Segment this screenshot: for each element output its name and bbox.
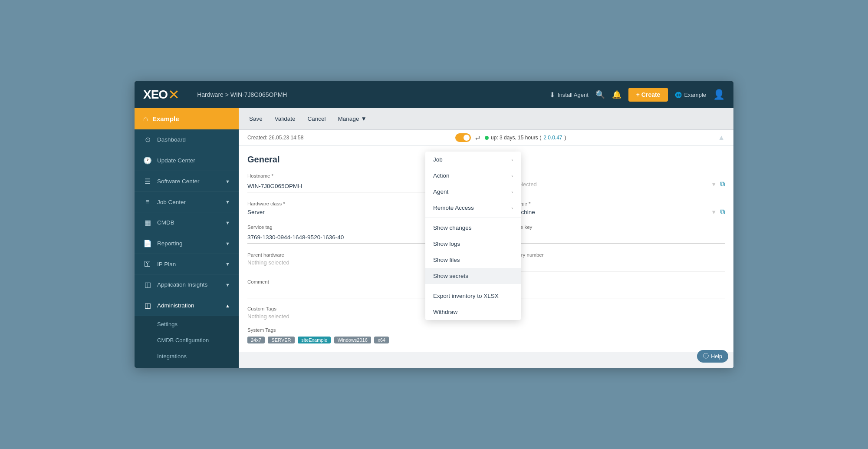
org-name: Example — [684, 92, 706, 98]
breadcrumb: Hardware > WIN-7J8G065OPMH — [197, 91, 287, 98]
tag-server: SERVER — [268, 337, 294, 343]
sidebar-label-reporting: Reporting — [157, 240, 183, 247]
oem-input[interactable] — [495, 231, 725, 244]
sidebar-subitem-cmdb-config[interactable]: CMDB Configuration — [135, 332, 239, 348]
export-xlsx-label: Export inventory to XLSX — [433, 293, 499, 299]
agent-arrow: › — [511, 189, 513, 195]
admin-chevron: ▲ — [225, 303, 230, 308]
sidebar-item-update-center[interactable]: 🕐 Update Center — [135, 150, 239, 171]
sidebar-label-cmdb: CMDB — [157, 219, 174, 226]
sidebar-subitem-my-org[interactable]: My Organisation — [135, 364, 239, 368]
sidebar-item-cmdb[interactable]: ▦ CMDB ▼ — [135, 212, 239, 233]
dropdown-item-remote-access[interactable]: Remote Access › — [425, 200, 521, 216]
section-title: General — [247, 155, 279, 165]
arrows-icon: ⇄ — [475, 134, 480, 141]
dropdown-item-job[interactable]: Job › — [425, 152, 521, 168]
oem-label: OEM licence key — [495, 224, 725, 230]
tag-windows2016: Windows2016 — [334, 337, 371, 343]
toolbar: Save Validate Cancel Manage ▼ — [239, 108, 733, 130]
save-button[interactable]: Save — [247, 113, 264, 125]
withdraw-label: Withdraw — [433, 309, 457, 315]
collapse-btn[interactable]: ▲ — [718, 134, 725, 142]
create-button[interactable]: + Create — [628, 88, 668, 102]
logo: XEO ✕ — [143, 86, 180, 103]
tag-site-example: siteExample — [298, 337, 331, 343]
hardware-type-ext-link[interactable]: ⧉ — [720, 208, 725, 216]
job-chevron: ▼ — [225, 199, 230, 205]
person-dropdown-arrow[interactable]: ▼ — [711, 181, 717, 188]
admin-icon: ◫ — [143, 301, 152, 310]
dropdown-item-show-logs[interactable]: Show logs — [425, 236, 521, 252]
dropdown-item-show-secrets[interactable]: Show secrets — [425, 268, 521, 284]
manage-dropdown: Job › Action › Agent › Remote Access › — [425, 152, 521, 320]
person-group: Person Nothing selected ▼ ⧉ — [495, 173, 725, 192]
sidebar: ⌂ Example ⊙ Dashboard 🕐 Update Center ☰ … — [135, 108, 239, 368]
sidebar-item-job-center[interactable]: ≡ Job Center ▼ — [135, 192, 239, 212]
sidebar-item-dashboard[interactable]: ⊙ Dashboard — [135, 129, 239, 150]
hardware-type-label: Hardware type * — [495, 201, 725, 206]
reporting-chevron: ▼ — [225, 241, 230, 246]
dropdown-divider-2 — [425, 286, 521, 286]
sidebar-item-app-insights[interactable]: ◫ Application Insights ▼ — [135, 274, 239, 295]
sidebar-label-dashboard: Dashboard — [157, 136, 186, 143]
sidebar-subitem-settings[interactable]: Settings — [135, 316, 239, 332]
tag-x64: x64 — [374, 337, 389, 343]
sidebar-item-ip-plan[interactable]: ⚿ IP Plan ▼ — [135, 254, 239, 274]
search-icon[interactable]: 🔍 — [595, 90, 605, 99]
sidebar-subitem-integrations[interactable]: Integrations — [135, 348, 239, 364]
content-area: Save Validate Cancel Manage ▼ Created: 2… — [239, 108, 733, 368]
software-icon: ☰ — [143, 177, 152, 185]
logo-dot: ✕ — [168, 86, 180, 103]
job-arrow: › — [511, 157, 513, 162]
user-icon[interactable]: 👤 — [713, 89, 725, 100]
agent-label: Agent — [433, 188, 448, 195]
admin-submenu: Settings CMDB Configuration Integrations… — [135, 316, 239, 368]
help-button[interactable]: ⓘ Help — [697, 350, 728, 363]
app-insights-chevron: ▼ — [225, 282, 230, 287]
job-icon: ≡ — [143, 198, 152, 206]
sub-inventory-label: Sub inventory number — [495, 252, 725, 258]
logo-text: XEO — [143, 88, 168, 102]
dropdown-item-show-files[interactable]: Show files — [425, 252, 521, 268]
hardware-type-arrow[interactable]: ▼ — [711, 209, 717, 215]
download-icon: ⬇ — [549, 91, 555, 99]
sub-inventory-input[interactable] — [495, 259, 725, 271]
show-files-label: Show files — [433, 257, 460, 263]
uptime-text: up: 3 days, 15 hours ( — [491, 135, 541, 141]
org-button[interactable]: 🌐 Example — [675, 92, 706, 98]
system-tags-label: System Tags — [247, 327, 725, 333]
tag-24x7: 24x7 — [247, 337, 265, 343]
cmdb-icon: ▦ — [143, 218, 152, 227]
hardware-type-group: Hardware type * Virtual Machine ▼ ⧉ — [495, 201, 725, 216]
sidebar-org[interactable]: ⌂ Example — [135, 108, 239, 129]
dashboard-icon: ⊙ — [143, 135, 152, 144]
install-agent-button[interactable]: ⬇ Install Agent — [549, 91, 589, 99]
dropdown-item-show-changes[interactable]: Show changes — [425, 220, 521, 236]
ip-icon: ⚿ — [143, 260, 152, 268]
sidebar-item-administration[interactable]: ◫ Administration ▲ — [135, 295, 239, 316]
bell-icon[interactable]: 🔔 — [612, 90, 621, 99]
dropdown-item-export-xlsx[interactable]: Export inventory to XLSX — [425, 288, 521, 304]
system-tags-group: System Tags 24x7 SERVER siteExample Wind… — [247, 327, 725, 343]
dropdown-item-agent[interactable]: Agent › — [425, 184, 521, 200]
dropdown-item-action[interactable]: Action › — [425, 168, 521, 184]
show-secrets-label: Show secrets — [433, 273, 468, 279]
sidebar-item-reporting[interactable]: 📄 Reporting ▼ — [135, 233, 239, 254]
software-chevron: ▼ — [225, 179, 230, 184]
job-label: Job — [433, 156, 443, 163]
version-link[interactable]: 2.0.0.47 — [543, 135, 562, 141]
cancel-button[interactable]: Cancel — [306, 113, 328, 125]
sidebar-label-ip-plan: IP Plan — [157, 261, 176, 267]
remote-access-arrow: › — [511, 205, 513, 211]
sidebar-item-software-center[interactable]: ☰ Software Center ▼ — [135, 171, 239, 192]
manage-button[interactable]: Manage ▼ — [336, 113, 368, 125]
topbar-actions: ⬇ Install Agent 🔍 🔔 + Create 🌐 Example 👤 — [549, 88, 725, 102]
validate-button[interactable]: Validate — [273, 113, 297, 125]
dropdown-item-withdraw[interactable]: Withdraw — [425, 304, 521, 320]
sidebar-label-app-insights: Application Insights — [157, 281, 207, 288]
sidebar-label-job-center: Job Center — [157, 199, 186, 205]
status-toggle[interactable] — [455, 133, 471, 142]
person-ext-link[interactable]: ⧉ — [720, 180, 725, 188]
manage-chevron-icon: ▼ — [361, 116, 366, 122]
sidebar-org-name: Example — [152, 115, 179, 122]
